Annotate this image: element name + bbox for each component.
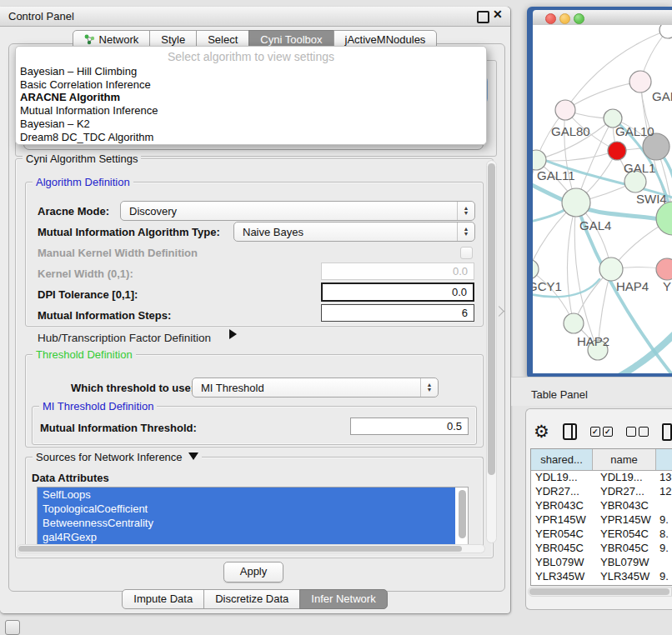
network-node-hap2[interactable] xyxy=(564,313,584,333)
dropdown-item[interactable]: Basic Correlation Inference xyxy=(16,78,486,92)
bottom-tabbar: Impute DataDiscretize DataInfer Network xyxy=(0,589,510,609)
table-horizontal-scrollbar-thumb[interactable] xyxy=(529,588,669,595)
table-row[interactable]: YDL19...YDL19...13 xyxy=(531,471,672,485)
mi-type-combobox[interactable]: Naive Bayes ▲▼ xyxy=(233,222,475,242)
settings-horizontal-scrollbar-thumb[interactable] xyxy=(18,546,462,552)
float-window-icon[interactable] xyxy=(477,11,489,23)
network-node-y[interactable] xyxy=(656,258,672,280)
node-attribute-table[interactable]: shared...name YDL19...YDL19...13YDR27...… xyxy=(530,448,672,586)
table-cell: YBR045C xyxy=(531,542,593,556)
network-node-gal80[interactable] xyxy=(555,100,575,120)
deselect-all-checkboxes-icon[interactable] xyxy=(626,427,649,437)
network-node-gal4[interactable] xyxy=(562,188,590,217)
node-label: Y xyxy=(663,279,671,293)
stepper-arrows-icon[interactable]: ▲▼ xyxy=(457,202,474,220)
attribute-list-item[interactable]: SelfLoops xyxy=(38,488,455,502)
network-node[interactable] xyxy=(659,25,672,38)
split-view-icon[interactable] xyxy=(563,423,577,440)
dropdown-item[interactable]: Dream8 DC_TDC Algorithm xyxy=(16,131,486,144)
table-cell: YBR043C xyxy=(593,499,656,513)
node-label: GAL xyxy=(652,89,672,103)
node-label: GCY1 xyxy=(533,279,562,293)
table-row[interactable]: YBR045CYBR045C9. xyxy=(531,542,672,556)
table-cell: YLR345W xyxy=(531,570,593,584)
settings-vertical-scrollbar-thumb[interactable] xyxy=(488,163,495,475)
mi-steps-field[interactable]: 6 xyxy=(321,304,474,322)
which-threshold-label: Which threshold to use: xyxy=(71,382,194,394)
kernel-width-field[interactable]: 0.0 xyxy=(321,262,474,280)
node-label: GAL11 xyxy=(537,168,575,182)
which-threshold-combobox[interactable]: MI Threshold ▲▼ xyxy=(192,378,439,398)
sources-title-row[interactable]: Sources for Network Inference xyxy=(33,451,202,463)
dropdown-item[interactable]: Bayesian – Hill Climbing xyxy=(16,65,486,78)
table-row[interactable]: YLR345WYLR345W9. xyxy=(531,570,672,584)
table-cell: YBR045C xyxy=(593,542,656,556)
attribute-list-item[interactable]: TopologicalCoefficient xyxy=(38,502,455,516)
minimized-panel-icon[interactable] xyxy=(5,620,20,635)
attributes-scrollbar[interactable] xyxy=(459,490,466,538)
table-cell: 13 xyxy=(656,471,672,485)
network-node-gal[interactable] xyxy=(629,71,651,92)
column-header[interactable]: name xyxy=(593,449,656,470)
table-row[interactable]: YBR043CYBR043C xyxy=(531,499,672,513)
dpi-tolerance-field[interactable]: 0.0 xyxy=(321,282,474,302)
network-node[interactable] xyxy=(608,142,626,160)
network-graph: GAL80GALGAL10GAL1GAL11GAL4SWI4GCY1HAP4YH… xyxy=(533,25,672,373)
expand-arrow-icon[interactable] xyxy=(229,329,237,339)
table-cell: 9 xyxy=(656,584,672,586)
table-row[interactable]: YER054CYER054C8. xyxy=(531,528,672,542)
mi-threshold-definition-title: MI Threshold Definition xyxy=(39,400,157,412)
collapse-arrow-icon[interactable] xyxy=(188,452,198,460)
aracne-mode-combobox[interactable]: Discovery ▲▼ xyxy=(120,201,475,221)
node-label: HAP2 xyxy=(577,334,609,348)
zoom-traffic-light-icon[interactable] xyxy=(574,13,584,24)
table-cell: YBL079W xyxy=(593,556,656,570)
tab-impute-data[interactable]: Impute Data xyxy=(122,589,204,609)
attribute-list-item[interactable]: gal4RGexp xyxy=(38,530,455,544)
stepper-arrows-icon[interactable]: ▲▼ xyxy=(420,378,438,397)
stepper-arrows-icon[interactable]: ▲▼ xyxy=(457,222,474,241)
tab-label: jActiveMNodules xyxy=(345,33,426,46)
attribute-list-item[interactable]: BetweennessCentrality xyxy=(38,516,455,530)
table-row[interactable]: YDR27...YDR27...12 xyxy=(531,485,672,499)
dropdown-item[interactable]: Bayesian – K2 xyxy=(16,118,486,131)
table-row[interactable]: YPR145WYPR145W9. xyxy=(531,513,672,528)
column-header[interactable]: shared... xyxy=(531,449,593,470)
table-cell xyxy=(656,499,672,513)
network-edge xyxy=(565,82,640,110)
document-icon[interactable] xyxy=(662,423,672,441)
manual-kernel-checkbox[interactable] xyxy=(460,247,473,259)
network-node-hap4[interactable] xyxy=(599,258,623,281)
apply-button[interactable]: Apply xyxy=(223,562,283,582)
close-traffic-light-icon[interactable] xyxy=(545,13,556,24)
tab-infer-network[interactable]: Infer Network xyxy=(299,589,387,609)
minimize-traffic-light-icon[interactable] xyxy=(559,13,570,24)
data-attributes-list[interactable]: SelfLoopsTopologicalCoefficientBetweenne… xyxy=(37,487,469,545)
table-row[interactable]: YBL079WYBL079W xyxy=(531,556,672,570)
gear-icon[interactable]: ⚙ xyxy=(534,423,549,440)
mi-threshold-field[interactable]: 0.5 xyxy=(350,418,469,435)
dropdown-item[interactable]: ARACNE Algorithm xyxy=(16,91,486,104)
table-cell: YPR145W xyxy=(531,513,593,528)
table-panel-title: Table Panel xyxy=(531,388,588,401)
network-node-swi4[interactable] xyxy=(656,202,672,235)
network-canvas[interactable]: GAL80GALGAL10GAL1GAL11GAL4SWI4GCY1HAP4YH… xyxy=(533,25,672,373)
select-all-checkboxes-icon[interactable]: ✓✓ xyxy=(590,427,613,437)
hub-definition-label[interactable]: Hub/Transcription Factor Definition xyxy=(38,332,211,344)
dropdown-item[interactable]: Mutual Information Inference xyxy=(16,104,486,118)
aracne-mode-label: Aracne Mode: xyxy=(38,205,109,218)
mi-type-label: Mutual Information Algorithm Type: xyxy=(38,226,220,238)
column-header[interactable] xyxy=(656,449,672,470)
table-cell: YDR27... xyxy=(593,485,656,499)
table-cell: YDL19... xyxy=(531,471,593,485)
mi-type-value: Naive Bayes xyxy=(243,226,303,238)
table-cell: YER054C xyxy=(593,528,656,542)
close-panel-icon[interactable]: ✕ xyxy=(493,8,503,21)
table-cell: 9. xyxy=(656,542,672,556)
kernel-width-label: Kernel Width (0,1): xyxy=(38,268,133,280)
control-panel-titlebar[interactable] xyxy=(0,7,510,27)
node-label: GAL80 xyxy=(551,124,590,138)
table-row[interactable]: YIL052CYIL052C9 xyxy=(531,584,672,586)
node-label: HAP4 xyxy=(616,279,649,293)
tab-discretize-data[interactable]: Discretize Data xyxy=(203,589,300,609)
